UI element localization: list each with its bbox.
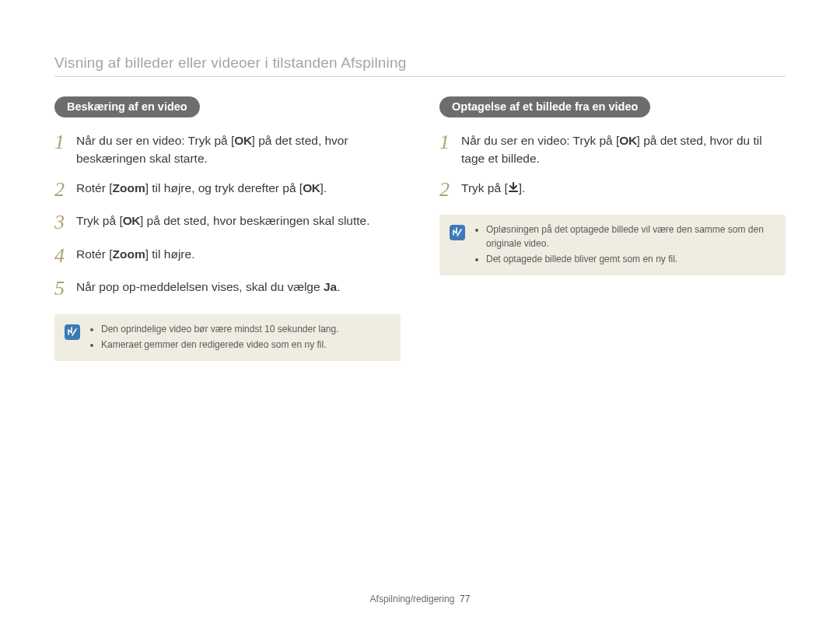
step-text: Rotér [Zoom] til højre. bbox=[76, 245, 194, 263]
ja-label: Ja bbox=[324, 280, 337, 293]
note-item: Kameraet gemmer den redigerede video som… bbox=[101, 338, 339, 352]
page-footer: Afspilning/redigering 77 bbox=[0, 594, 840, 604]
page-title: Visning af billeder eller videoer i tils… bbox=[54, 54, 786, 72]
text: ] på det sted, hvor beskæringen skal slu… bbox=[140, 214, 370, 227]
left-step-2: 2 Rotér [Zoom] til højre, og tryk dereft… bbox=[54, 179, 401, 201]
text: Tryk på [ bbox=[461, 181, 508, 194]
left-step-3: 3 Tryk på [OK] på det sted, hvor beskæri… bbox=[54, 212, 401, 234]
page-number: 77 bbox=[460, 594, 470, 604]
svg-rect-0 bbox=[65, 324, 80, 340]
step-number: 2 bbox=[439, 179, 461, 201]
note-item: Opløsningen på det optagede billede vil … bbox=[486, 222, 775, 250]
zoom-label: Zoom bbox=[113, 181, 145, 194]
step-number: 1 bbox=[54, 131, 76, 154]
note-list: Den oprindelige video bør være mindst 10… bbox=[90, 322, 339, 353]
ok-icon: OK bbox=[303, 181, 320, 194]
step-text: Tryk på [OK] på det sted, hvor beskæring… bbox=[76, 212, 370, 229]
ok-icon: OK bbox=[123, 214, 140, 227]
text: Når pop op-meddelelsen vises, skal du væ… bbox=[76, 280, 324, 293]
text: Rotér [ bbox=[76, 181, 113, 194]
left-step-4: 4 Rotér [Zoom] til højre. bbox=[54, 245, 401, 268]
right-column: Optagelse af et billede fra en video 1 N… bbox=[439, 96, 786, 361]
text: Rotér [ bbox=[76, 247, 113, 261]
text: Når du ser en video: Tryk på [ bbox=[76, 134, 234, 147]
zoom-label: Zoom bbox=[113, 247, 145, 261]
text: ]. bbox=[320, 181, 327, 194]
right-heading-pill: Optagelse af et billede fra en video bbox=[439, 96, 650, 117]
text: ] til højre, og tryk derefter på [ bbox=[145, 181, 303, 194]
right-note-box: Opløsningen på det optagede billede vil … bbox=[439, 215, 786, 275]
step-text: Når pop op-meddelelsen vises, skal du væ… bbox=[76, 278, 340, 296]
left-heading-pill: Beskæring af en video bbox=[54, 96, 200, 117]
step-number: 5 bbox=[54, 278, 76, 300]
note-list: Opløsningen på det optagede billede vil … bbox=[475, 222, 775, 268]
step-number: 2 bbox=[54, 179, 76, 201]
left-column: Beskæring af en video 1 Når du ser en vi… bbox=[54, 96, 401, 361]
text: . bbox=[337, 280, 340, 293]
text: Når du ser en video: Tryk på [ bbox=[461, 134, 619, 147]
step-text: Rotér [Zoom] til højre, og tryk derefter… bbox=[76, 179, 327, 197]
right-step-2: 2 Tryk på [ ]. bbox=[439, 179, 786, 201]
content-columns: Beskæring af en video 1 Når du ser en vi… bbox=[54, 96, 786, 361]
right-step-1: 1 Når du ser en video: Tryk på [OK] på d… bbox=[439, 131, 786, 168]
step-number: 3 bbox=[54, 212, 76, 234]
step-text: Når du ser en video: Tryk på [OK] på det… bbox=[76, 131, 401, 168]
step-text: Tryk på [ ]. bbox=[461, 179, 525, 197]
note-icon bbox=[449, 224, 466, 244]
note-icon bbox=[64, 324, 81, 344]
ok-icon: OK bbox=[619, 134, 636, 147]
title-underline bbox=[54, 76, 786, 77]
left-step-5: 5 Når pop op-meddelelsen vises, skal du … bbox=[54, 278, 401, 300]
note-item: Det optagede billede bliver gemt som en … bbox=[486, 252, 775, 266]
left-step-1: 1 Når du ser en video: Tryk på [OK] på d… bbox=[54, 131, 401, 168]
footer-section: Afspilning/redigering bbox=[370, 594, 455, 604]
note-item: Den oprindelige video bør være mindst 10… bbox=[101, 322, 339, 336]
step-number: 1 bbox=[439, 131, 461, 154]
text: ] til højre. bbox=[145, 247, 195, 261]
text: Tryk på [ bbox=[76, 214, 123, 227]
step-number: 4 bbox=[54, 245, 76, 268]
svg-rect-1 bbox=[450, 225, 465, 240]
step-text: Når du ser en video: Tryk på [OK] på det… bbox=[461, 131, 786, 168]
ok-icon: OK bbox=[234, 134, 251, 147]
left-note-box: Den oprindelige video bør være mindst 10… bbox=[54, 314, 401, 361]
text: ]. bbox=[519, 181, 526, 194]
down-icon bbox=[508, 182, 519, 195]
